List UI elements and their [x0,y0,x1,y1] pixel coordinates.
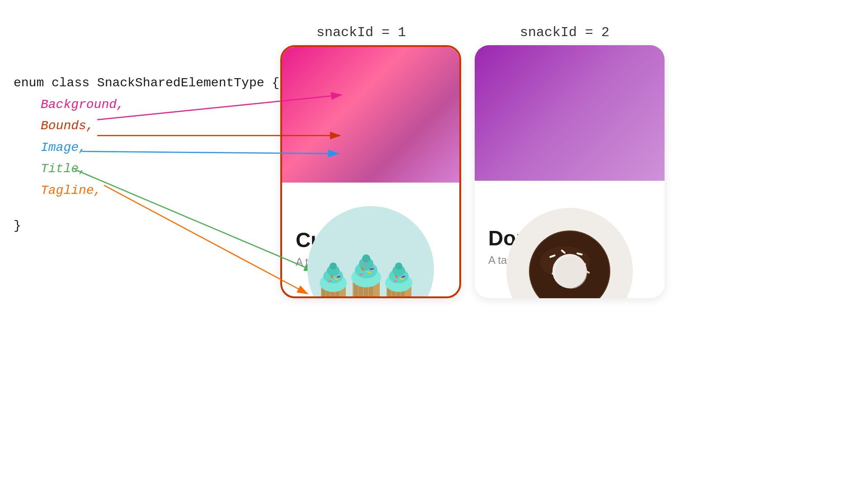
code-line-background: Background, [14,94,279,116]
tagline-identifier: Tagline, [41,183,101,197]
code-line-tagline: Tagline, [14,180,279,202]
code-line-title: Title, [14,158,279,180]
closing-brace: } [14,219,21,233]
donut-card[interactable]: Donut A tag line [475,45,665,298]
enum-declaration: enum class SnackSharedElementType { [14,76,279,90]
code-line-image: Image, [14,137,279,159]
code-line-bounds: Bounds, [14,115,279,137]
donut-card-header [475,45,665,181]
cards-container: Cupcake A tag line [280,45,665,298]
card1-label: snackId = 1 [316,25,406,40]
svg-point-23 [362,254,370,263]
code-line-1: enum class SnackSharedElementType { [14,72,279,94]
bounds-identifier: Bounds, [41,119,94,133]
title-identifier: Title, [41,162,86,176]
code-line-close: } [14,215,279,237]
svg-point-37 [395,263,402,270]
background-identifier: Background, [41,98,124,112]
svg-point-56 [555,256,587,289]
card2-label: snackId = 2 [520,25,609,40]
cupcake-card[interactable]: Cupcake A tag line [280,45,461,298]
svg-point-10 [330,263,337,270]
code-block: enum class SnackSharedElementType { Back… [14,72,279,236]
cupcake-card-header [282,47,459,183]
image-identifier: Image, [41,141,86,155]
